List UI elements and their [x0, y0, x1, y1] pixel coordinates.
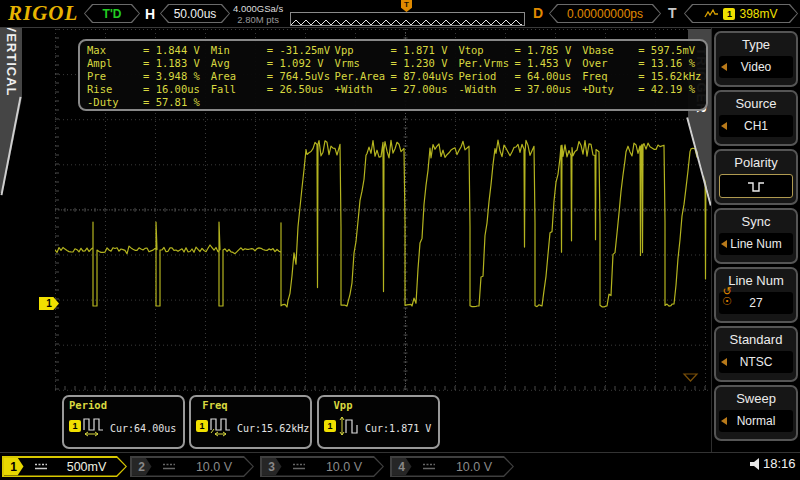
menu-button-type[interactable]: Type Video — [714, 31, 798, 87]
negative-polarity-icon — [747, 180, 765, 193]
memory-depth: 2.80M pts — [233, 14, 283, 25]
stat-box-period: Period 1 Cur:64.00us Avg:63.55us Min:29.… — [62, 395, 185, 449]
measure-pwidth: +Width= 27.00us — [335, 83, 459, 96]
channel-3-indicator[interactable]: 3 10.0 V — [260, 456, 384, 477]
measure-rise: Rise= 16.00us — [87, 83, 211, 96]
measurement-panel: Max= 1.844 V Min= -31.25mV Vpp= 1.871 V … — [78, 39, 708, 111]
channel-status-bar: 1 500mV 2 10.0 V 3 — [0, 452, 800, 480]
period-icon — [83, 415, 107, 437]
trigger-channel-badge: 1 — [723, 8, 735, 20]
acquisition-info: 4.000GSa/s 2.80M pts — [233, 3, 283, 25]
trigger-level-indicator: 1 398mV — [684, 4, 798, 23]
menu-button-polarity[interactable]: Polarity — [714, 149, 798, 205]
measure-pervrms: Per.Vrms= 1.453 V — [458, 57, 582, 70]
rigol-logo: RIGOL — [8, 1, 78, 26]
delay-indicator: 0.00000000ps — [549, 4, 661, 23]
oscilloscope-screen: 1 VERTICAL TRIGGER Max= 1.844 V Min= -31… — [0, 0, 800, 480]
timebase-indicator: 50.00us — [160, 4, 230, 23]
memory-waveform-icon — [291, 17, 522, 27]
coupling-dc-icon — [292, 462, 306, 471]
top-status-bar: RIGOL T'D H 50.00us 4.000GSa/s 2.80M pts… — [0, 0, 800, 28]
vpp-icon — [338, 415, 362, 437]
menu-button-standard[interactable]: Standard NTSC — [714, 326, 798, 382]
stat-box-vpp: Vpp 1 Cur:1.871 V Avg:1.870 V Min:1.856 … — [317, 395, 440, 449]
menu-button-sync[interactable]: Sync Line Num — [714, 208, 798, 264]
measure-period: Period= 64.00us — [458, 70, 582, 83]
measure-ampl: Ampl= 1.183 V — [87, 57, 211, 70]
freq-icon — [210, 415, 234, 437]
measure-area: Area= 764.5uVs — [211, 70, 335, 83]
coupling-dc-icon — [422, 462, 436, 471]
trigger-menu: Type Video Source CH1 Polarity Sync Line… — [711, 28, 800, 452]
measure-pre: Pre= 3.948 % — [87, 70, 211, 83]
trigger-position-flag: T — [401, 0, 412, 12]
stat-box-freq: Freq 1 Cur:15.62kHz Avg:15.87kHz Min:15.… — [189, 395, 312, 449]
measure-fall: Fall= 26.50us — [211, 83, 335, 96]
trigger-label: T — [668, 5, 677, 21]
measure-vbase: Vbase= 597.5mV — [582, 44, 706, 57]
trigger-status-indicator: T'D — [84, 4, 140, 23]
measure-perarea: Per.Area= 87.04uVs — [335, 70, 459, 83]
chevron-left-icon — [721, 358, 727, 366]
menu-button-sweep[interactable]: Sweep Normal — [714, 385, 798, 441]
channel-1-indicator[interactable]: 1 500mV — [2, 456, 127, 477]
channel-4-indicator[interactable]: 4 10.0 V — [390, 456, 514, 477]
rotate-knob-icon: ↺☉ — [720, 286, 734, 306]
chevron-left-icon — [721, 417, 727, 425]
delay-label: D — [533, 5, 543, 21]
measure-over: Over= 13.16 % — [582, 57, 706, 70]
measure-freq: Freq= 15.62kHz — [582, 70, 706, 83]
measure-vrms: Vrms= 1.230 V — [335, 57, 459, 70]
measure-vpp: Vpp= 1.871 V — [335, 44, 459, 57]
speaker-icon — [750, 458, 761, 470]
trigger-wave-icon — [704, 8, 719, 19]
coupling-dc-icon — [162, 462, 176, 471]
sample-rate: 4.000GSa/s — [233, 3, 283, 14]
channel-2-indicator[interactable]: 2 10.0 V — [130, 456, 254, 477]
measure-min: Min= -31.25mV — [211, 44, 335, 57]
channel-badge: 1 — [196, 420, 208, 432]
measure-nduty: -Duty= 57.81 % — [87, 96, 212, 109]
measure-nwidth: -Width= 37.00us — [458, 83, 582, 96]
menu-button-line-num[interactable]: Line Num ↺☉ 27 — [714, 267, 798, 323]
chevron-left-icon — [721, 63, 727, 71]
coupling-dc-icon — [34, 462, 48, 471]
channel-badge: 1 — [69, 420, 81, 432]
chevron-left-icon — [721, 240, 727, 248]
measure-pduty: +Duty= 42.19 % — [582, 83, 706, 96]
menu-button-source[interactable]: Source CH1 — [714, 90, 798, 146]
measure-vtop: Vtop= 1.785 V — [458, 44, 582, 57]
horizontal-label: H — [145, 6, 155, 22]
measure-avg: Avg= 1.092 V — [211, 57, 335, 70]
chevron-left-icon — [721, 122, 727, 130]
channel-badge: 1 — [324, 420, 336, 432]
trigger-level-value: 398mV — [739, 7, 777, 21]
measure-max: Max= 1.844 V — [87, 44, 211, 57]
vertical-banner-label: VERTICAL — [4, 24, 19, 154]
memory-position-bar — [290, 12, 525, 26]
clock: 18:16 — [750, 456, 796, 471]
